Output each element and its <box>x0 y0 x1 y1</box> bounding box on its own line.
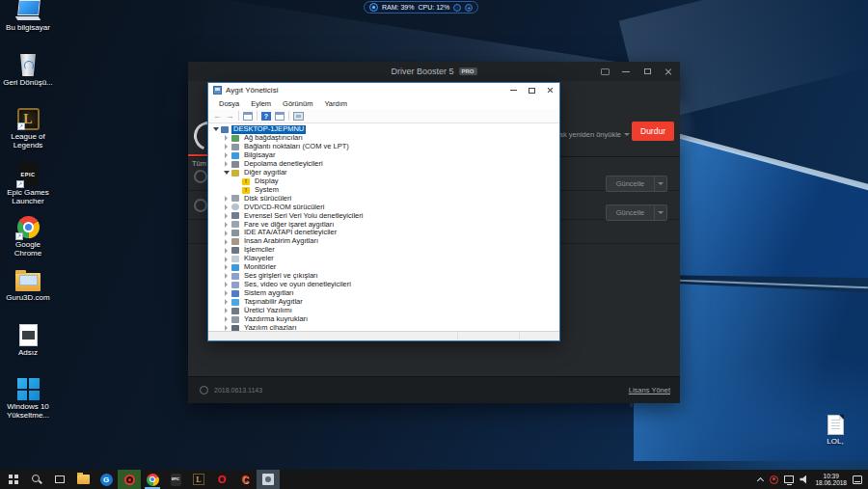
desktop-icon-recycle-bin[interactable]: Geri Dönüşü... <box>0 52 56 106</box>
epic-games-icon: EPIC <box>171 474 181 486</box>
desktop-icon-epic-games[interactable]: EPIC↗Epic Games Launcher <box>0 160 56 214</box>
chevron-collapsed-icon[interactable] <box>222 160 231 168</box>
minimize-button[interactable] <box>620 67 632 76</box>
properties-icon[interactable] <box>275 112 285 121</box>
desktop-icon-this-pc[interactable]: Bu bilgisayar <box>0 0 56 52</box>
taskbar-start[interactable] <box>2 470 25 489</box>
tray-clock[interactable]: 10:39 18.06.2018 <box>815 473 847 486</box>
chevron-collapsed-icon[interactable] <box>222 307 231 314</box>
chevron-collapsed-icon[interactable] <box>222 315 231 323</box>
chevron-expanded-icon[interactable] <box>222 169 231 177</box>
scan-hardware-icon[interactable] <box>293 112 304 121</box>
chevron-collapsed-icon[interactable] <box>222 204 231 211</box>
desktop-icon-league-of-legends[interactable]: L↗League of Legends <box>0 106 56 160</box>
chevron-down-icon <box>658 211 664 214</box>
update-dropdown[interactable] <box>654 177 666 191</box>
tray-date: 18.06.2018 <box>815 479 847 486</box>
taskbar-epic-games[interactable]: EPIC <box>164 470 187 489</box>
menu-eylem[interactable]: Eylem <box>245 99 277 108</box>
chevron-collapsed-icon[interactable] <box>222 281 231 288</box>
taskbar-opera[interactable]: O <box>210 470 233 489</box>
desktop-icon-folder[interactable]: Guru3D.com <box>0 268 56 322</box>
taskbar-file-explorer[interactable] <box>71 470 95 489</box>
chevron-collapsed-icon[interactable] <box>222 151 231 159</box>
driver-category-icon <box>194 170 207 183</box>
chrome-icon <box>147 474 159 486</box>
desktop-icon-label: Geri Dönüşü... <box>3 78 53 87</box>
desktop-icon-image-file[interactable]: Adsız <box>0 322 56 376</box>
close-button[interactable] <box>663 67 674 76</box>
update-button[interactable]: Güncelle <box>606 204 667 221</box>
dm-tree: DESKTOP-1JEPMNUAğ bağdaştırıcılarıBağlan… <box>208 123 559 331</box>
close-button[interactable] <box>541 83 559 97</box>
tray-network-icon[interactable] <box>784 475 794 483</box>
taskbar-guru3d[interactable]: G <box>95 470 118 489</box>
chevron-collapsed-icon[interactable] <box>222 221 231 229</box>
recycle-bin-icon <box>19 54 37 76</box>
gear-icon[interactable] <box>453 4 461 12</box>
tab-all[interactable]: Tüm <box>192 159 206 168</box>
menu-gorunum[interactable]: Görünüm <box>277 99 318 108</box>
chevron-collapsed-icon[interactable] <box>222 143 231 150</box>
taskbar-task-view[interactable] <box>48 470 71 489</box>
taskbar-game-recorder[interactable] <box>118 470 141 489</box>
chevron-collapsed-icon[interactable] <box>222 289 231 297</box>
chevron-collapsed-icon[interactable] <box>222 256 231 263</box>
taskbar-device-manager[interactable] <box>257 470 280 489</box>
console-icon[interactable] <box>243 112 253 121</box>
chevron-collapsed-icon[interactable] <box>222 195 231 203</box>
taskbar-chrome[interactable] <box>141 470 164 489</box>
audio-icon <box>231 273 239 280</box>
chevron-collapsed-icon[interactable] <box>222 238 231 246</box>
maximize-button[interactable] <box>641 67 653 76</box>
desktop-icon-windows-upgrade[interactable]: Windows 10 Yükseltme... <box>0 376 56 430</box>
chevron-collapsed-icon[interactable] <box>222 134 231 142</box>
plus-icon[interactable]: + <box>465 4 473 12</box>
window-controls <box>599 66 674 77</box>
performance-monitor-pill[interactable]: RAM: 39% CPU: 12% + <box>364 1 478 14</box>
warning-icon: ! <box>242 187 250 194</box>
chevron-collapsed-icon[interactable] <box>222 263 231 271</box>
maximize-button[interactable] <box>523 83 541 97</box>
device-manager-titlebar[interactable]: Aygıt Yöneticisi <box>208 83 559 97</box>
shortcut-arrow-icon: ↗ <box>15 232 23 240</box>
chevron-collapsed-icon[interactable] <box>222 324 231 331</box>
minimize-button[interactable] <box>504 83 523 97</box>
task-view-icon <box>55 475 65 483</box>
audio-icon <box>231 282 239 288</box>
dvd-icon <box>231 204 239 210</box>
taskbar-code-editor[interactable]: C <box>233 470 257 489</box>
taskbar-league-of-legends[interactable]: L <box>187 470 210 489</box>
desktop-icon-chrome[interactable]: ↗Google Chrome <box>0 214 56 268</box>
back-icon[interactable]: ← <box>213 111 222 121</box>
tree-item[interactable]: Yazılım cihazları <box>208 324 559 331</box>
manage-license-link[interactable]: Lisans Yönet <box>629 386 670 394</box>
tray-chevron-up-icon[interactable] <box>757 476 764 483</box>
tree-item[interactable]: Evrensel Seri Veri Yolu denetleyicileri <box>208 211 559 220</box>
feedback-button[interactable] <box>599 67 610 76</box>
unknown-icon <box>231 170 239 177</box>
tray-recorder-icon[interactable] <box>770 475 778 484</box>
taskbar-search[interactable] <box>25 470 48 489</box>
shortcut-arrow-icon: ↗ <box>17 122 25 130</box>
update-button-label: Güncelle <box>607 179 654 188</box>
update-dropdown[interactable] <box>654 205 666 220</box>
action-center-icon[interactable] <box>853 475 862 484</box>
tray-volume-icon[interactable] <box>800 475 809 484</box>
chevron-expanded-icon[interactable] <box>211 125 220 133</box>
chevron-collapsed-icon[interactable] <box>222 247 231 255</box>
menu-dosya[interactable]: Dosya <box>213 99 245 108</box>
desktop-icon-label: Epic Games Launcher <box>1 188 55 205</box>
chevron-collapsed-icon[interactable] <box>222 272 231 280</box>
desktop-icon-text-file[interactable]: LOL, <box>810 413 860 446</box>
booster-icon[interactable] <box>369 3 378 12</box>
update-button[interactable]: Güncelle <box>606 176 667 192</box>
reboot-option[interactable]: rak yeniden önyükle <box>555 130 630 139</box>
forward-icon[interactable]: → <box>226 111 234 121</box>
stop-button[interactable]: Durdur <box>632 122 674 141</box>
chevron-collapsed-icon[interactable] <box>222 230 231 237</box>
chevron-collapsed-icon[interactable] <box>222 212 231 220</box>
help-icon[interactable]: ? <box>261 112 271 121</box>
menu-yardim[interactable]: Yardım <box>318 99 353 108</box>
chevron-collapsed-icon[interactable] <box>222 298 231 306</box>
